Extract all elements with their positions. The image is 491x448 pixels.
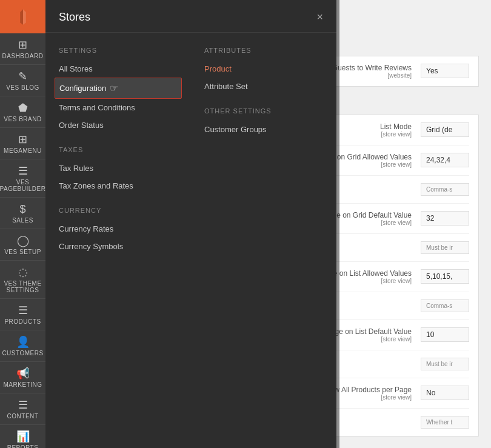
- sidebar-logo: [0, 0, 45, 33]
- menu-item-configuration[interactable]: Configuration ☞: [55, 78, 182, 99]
- marketing-icon: 📢: [16, 368, 30, 379]
- row-value: Grid (de: [421, 122, 469, 137]
- vessetup-icon: ◯: [17, 235, 29, 246]
- settings-section-title: Settings: [55, 47, 182, 54]
- menu-item-tax-zones[interactable]: Tax Zones and Rates: [55, 177, 182, 195]
- menu-header: Stores ×: [45, 0, 336, 33]
- sidebar-item-label: CUSTOMERS: [2, 350, 43, 356]
- row-value: No: [421, 386, 469, 400]
- menu-panel: Stores × Settings All Stores Configurati…: [45, 0, 336, 448]
- cursor-icon: ☞: [110, 82, 118, 94]
- reports-icon: 📊: [16, 431, 30, 442]
- sidebar-item-dashboard[interactable]: ⊞ DASHBOARD: [0, 33, 45, 65]
- row-value: Yes: [421, 64, 469, 78]
- currency-section-title: Currency: [55, 207, 182, 214]
- sidebar-item-label: CONTENT: [7, 413, 39, 420]
- dashboard-icon: ⊞: [18, 39, 27, 50]
- row-value: 10: [421, 327, 469, 342]
- menu-item-product[interactable]: Product: [200, 60, 327, 78]
- row-value: 24,32,4: [421, 153, 469, 167]
- sidebar-item-label: VES THEME SETTINGS: [3, 280, 42, 293]
- close-button[interactable]: ×: [316, 11, 323, 24]
- sidebar-item-sales[interactable]: $ SALES: [0, 198, 45, 229]
- menu-item-order-status[interactable]: Order Status: [55, 116, 182, 134]
- sidebar-item-label: VES SETUP: [4, 249, 41, 255]
- brand-icon: ⬟: [18, 102, 28, 113]
- sidebar-item-megamenu[interactable]: ⊞ MEGAMENU: [0, 128, 45, 159]
- row-value: Must be ir: [421, 358, 469, 370]
- sidebar-item-marketing[interactable]: 📢 MARKETING: [0, 362, 45, 393]
- megamenu-icon: ⊞: [18, 134, 27, 145]
- content-icon: ☰: [18, 400, 28, 410]
- magento-logo-icon: [13, 7, 33, 27]
- row-value: Must be ir: [421, 241, 469, 254]
- sidebar-item-reports[interactable]: 📊 REPORTS: [0, 425, 45, 448]
- sidebar-item-blog[interactable]: ✎ VES BLOG: [0, 65, 45, 96]
- row-value: 32: [421, 211, 469, 226]
- menu-item-currency-rates[interactable]: Currency Rates: [55, 220, 182, 238]
- menu-item-customer-groups[interactable]: Customer Groups: [200, 121, 327, 138]
- taxes-section-title: Taxes: [55, 146, 182, 153]
- sidebar-item-label: VES BLOG: [6, 84, 39, 91]
- row-value: Comma-s: [421, 183, 469, 196]
- row-value: Comma-s: [421, 299, 469, 312]
- sidebar: ⊞ DASHBOARD ✎ VES BLOG ⬟ VES BRAND ⊞ MEG…: [0, 0, 45, 448]
- pagebuilder-icon: ☰: [18, 165, 28, 176]
- menu-item-terms[interactable]: Terms and Conditions: [55, 99, 182, 116]
- sidebar-item-label: VES PAGEBUILDER: [0, 179, 45, 192]
- sidebar-item-label: VES BRAND: [4, 116, 41, 122]
- attributes-section-title: Attributes: [200, 47, 327, 54]
- menu-left-column: Settings All Stores Configuration ☞ Term…: [45, 42, 191, 255]
- menu-title: Stores: [59, 11, 90, 24]
- menu-content: Settings All Stores Configuration ☞ Term…: [45, 33, 336, 264]
- products-icon: ☰: [18, 305, 28, 316]
- sidebar-item-label: MARKETING: [4, 381, 42, 388]
- sidebar-item-label: REPORTS: [7, 444, 39, 448]
- sidebar-item-content[interactable]: ☰ CONTENT: [0, 393, 45, 425]
- sidebar-item-customers[interactable]: 👤 CUSTOMERS: [0, 330, 45, 362]
- sidebar-item-brand[interactable]: ⬟ VES BRAND: [0, 96, 45, 128]
- menu-right-column: Attributes Product Attribute Set Other S…: [191, 42, 336, 255]
- sidebar-item-label: MEGAMENU: [4, 147, 42, 154]
- row-value: 5,10,15,: [421, 269, 469, 284]
- customers-icon: 👤: [16, 336, 30, 347]
- other-section-title: Other Settings: [200, 107, 327, 115]
- sidebar-item-label: DASHBOARD: [2, 53, 44, 59]
- blog-icon: ✎: [18, 71, 27, 82]
- row-value: Whether t: [421, 416, 469, 429]
- sidebar-item-label: SALES: [12, 217, 33, 224]
- sales-icon: $: [19, 204, 25, 215]
- menu-item-all-stores[interactable]: All Stores: [55, 60, 182, 78]
- main-area: t Fields Auto-Generation t Reviews Allow…: [45, 0, 491, 448]
- menu-item-tax-rules[interactable]: Tax Rules: [55, 159, 182, 177]
- menu-item-currency-symbols[interactable]: Currency Symbols: [55, 238, 182, 255]
- menu-overlay: Stores × Settings All Stores Configurati…: [45, 0, 339, 448]
- sidebar-item-pagebuilder[interactable]: ☰ VES PAGEBUILDER: [0, 159, 45, 198]
- sidebar-item-label: PRODUCTS: [4, 318, 41, 325]
- sidebar-item-products[interactable]: ☰ PRODUCTS: [0, 299, 45, 330]
- vestheme-icon: ◌: [18, 267, 28, 278]
- sidebar-item-vestheme[interactable]: ◌ VES THEME SETTINGS: [0, 261, 45, 299]
- sidebar-item-vessetup[interactable]: ◯ VES SETUP: [0, 229, 45, 261]
- menu-item-attribute-set[interactable]: Attribute Set: [200, 78, 327, 95]
